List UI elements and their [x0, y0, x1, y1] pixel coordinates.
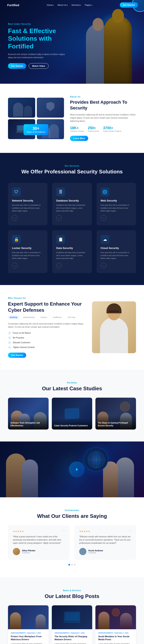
avatar-image-2	[79, 548, 86, 555]
about-title: Provides Best Approach To Security	[70, 100, 136, 111]
stat-customers: 18K+ Customer Annual	[70, 126, 84, 132]
service-name-data: Data Security	[56, 246, 88, 250]
service-arrow-cloud[interactable]: →	[101, 263, 106, 268]
testimonial-dot-1[interactable]	[68, 564, 70, 566]
why-points: ✓ Focus on the Basics ✓ Be Proactive ✓ E…	[8, 332, 84, 349]
why-image-box	[92, 301, 136, 353]
nav-links: Home About Us Services Pages	[47, 4, 92, 6]
nav-services[interactable]: Services	[71, 4, 81, 6]
portfolio-overlay-1: Software Tools Strengthen Job Effectiven…	[8, 416, 49, 430]
hero-title: Fast & Effective Solutions with Fortifie…	[8, 27, 68, 50]
why-tab-healthcare[interactable]: Healthcare	[51, 316, 64, 319]
cta-play-button[interactable]	[69, 462, 85, 477]
why-point-label-3: Educate Customers	[13, 342, 30, 344]
testimonial-dot-3[interactable]	[74, 564, 76, 566]
stat-projects-label: Projects Done	[88, 130, 99, 132]
service-name-network: Network Security	[12, 199, 43, 202]
why-tab-banking[interactable]: Banking	[8, 316, 19, 319]
brand-name: Fortified	[7, 4, 19, 7]
hero-video-button[interactable]: Watch Video	[29, 63, 48, 69]
about-image-2	[37, 98, 64, 118]
testimonial-author-1: Alina Plenter Customer	[13, 548, 65, 555]
why-title: Expert Support to Enhance Your Cyber Def…	[8, 301, 84, 313]
testimonial-role-2: Customer	[88, 552, 103, 554]
check-icon-1: ✓	[8, 332, 11, 335]
about-badge-num: 30+	[26, 126, 46, 131]
why-tab-manufacturing[interactable]: Manufacturing	[21, 316, 37, 319]
service-card-network: 🛡 Network Security Duis aute duis 18K is…	[8, 183, 47, 226]
blog-excerpt-2: Lorem ipsum dolor sit amet consectetur a…	[55, 642, 90, 644]
testimonials-title: What Our Clients are Saying	[8, 513, 136, 519]
service-arrow-database[interactable]: →	[56, 215, 62, 221]
blog-card-3[interactable]: ANNOUNCEMENTS | September 1, 2021 Avoid …	[95, 605, 136, 644]
testimonial-avatar-2	[79, 548, 86, 555]
blog-card-1[interactable]: ANNOUNCEMENTS | September 1, 2021 Protec…	[8, 605, 49, 644]
why-tab-oil[interactable]: Oil & Gas	[65, 316, 78, 319]
blog-title: Our Latest Blog Posts	[8, 593, 136, 599]
portfolio-label-2: Cyber Security Protects Customers	[54, 424, 90, 427]
about-images: 30+ Years of Excellence	[8, 98, 64, 139]
check-icon-3: ✓	[8, 341, 11, 344]
testimonial-author-2: Kevin Andrew Customer	[79, 548, 131, 555]
portfolio-section: Portfolio Our Latest Case Studies Softwa…	[0, 370, 144, 442]
person2-head	[93, 18, 104, 31]
blog-meta-1: ANNOUNCEMENTS | September 1, 2021	[11, 632, 46, 634]
why-woman-body	[100, 317, 128, 353]
service-desc-web: Duis aute duis 18K is consectetur in inc…	[101, 204, 132, 212]
blog-body-1: ANNOUNCEMENTS | September 1, 2021 Protec…	[8, 629, 49, 644]
cta-globe	[84, 448, 108, 472]
blog-image-3	[95, 605, 136, 629]
blog-excerpt-1: Lorem ipsum dolor sit amet consectetur a…	[11, 642, 46, 644]
why-point-label-2: Be Proactive	[13, 337, 24, 339]
service-desc-network: Duis aute duis 18K is consectetur in inc…	[12, 204, 43, 212]
hero-buttons: Get Started Watch Video	[8, 63, 68, 69]
hero-description: Eiusmod enim tempor incididunt adipt ut …	[8, 53, 68, 59]
service-arrow-web[interactable]: →	[101, 215, 106, 221]
hero-start-button[interactable]: Get Started	[8, 63, 26, 69]
service-arrow-data[interactable]: →	[56, 263, 62, 268]
portfolio-title: Our Latest Case Studies	[8, 386, 136, 392]
avatar-image-1	[13, 548, 20, 555]
nav-home[interactable]: Home	[47, 4, 54, 6]
blog-body-2: ANNOUNCEMENTS | September 1, 2021 The Se…	[52, 629, 92, 644]
why-tab-finance[interactable]: Finance	[39, 316, 49, 319]
service-name-database: Database Security	[56, 199, 88, 202]
testimonial-text-1: "What a great experience! I have visited…	[13, 535, 65, 545]
nav-pages[interactable]: Pages	[85, 4, 92, 6]
about-learn-more-button[interactable]: Learn More	[70, 136, 88, 141]
service-arrow-locker[interactable]: →	[12, 263, 18, 268]
testimonial-author-info-2: Kevin Andrew Customer	[88, 549, 103, 554]
service-name-cloud: Cloud Security	[101, 246, 132, 250]
testimonial-stars-2: ★★★★★	[79, 530, 131, 533]
brand-logo[interactable]: Fortified	[6, 4, 19, 7]
dot-pattern	[128, 68, 140, 80]
why-glasses	[109, 310, 119, 312]
service-card-locker: 🔒 Locker Security Duis aute duis 18K is …	[8, 230, 47, 273]
hero-title-line2: Solutions with	[8, 35, 52, 42]
service-desc-locker: Duis aute duis 18K is consectetur in inc…	[12, 251, 43, 260]
stat-customers-num: 18K+	[70, 126, 84, 130]
blog-section: News & Articles Our Latest Blog Posts AN…	[0, 578, 144, 644]
blog-card-2[interactable]: ANNOUNCEMENTS | September 1, 2021 The Se…	[52, 605, 92, 644]
service-arrow-network[interactable]: →	[12, 215, 18, 221]
nav-cta-button[interactable]: Get Started	[120, 2, 138, 8]
testimonial-quote-icon-1: "	[62, 528, 65, 536]
portfolio-label-1: Software Tools Strengthen Job Effectiven…	[10, 422, 46, 427]
nav-about[interactable]: About Us	[57, 4, 67, 6]
portfolio-card-3[interactable]: The Steps to Gaining Privileged Access S…	[95, 398, 136, 430]
why-point-2: ✓ Be Proactive	[8, 336, 84, 340]
testimonial-dot-2[interactable]	[71, 564, 73, 566]
portfolio-card-1[interactable]: Software Tools Strengthen Job Effectiven…	[8, 398, 49, 430]
testimonial-author-info-1: Alina Plenter Customer	[22, 549, 35, 554]
blog-post-title-3: Avoid Mistakes in Your Social Media Post…	[98, 635, 133, 641]
testimonial-name-1: Alina Plenter	[22, 549, 35, 552]
about-stats: 18K+ Customer Annual 250+ Projects Done …	[70, 126, 136, 132]
testimonial-text-2: "Effective results with minimum efforts …	[79, 535, 131, 545]
about-description: What consectetur adipiscing elit sed do …	[70, 113, 136, 123]
why-get-started-button[interactable]: Get Started	[8, 352, 26, 358]
portfolio-card-2[interactable]: Cyber Security Protects Customers	[52, 398, 92, 430]
services-section: Our Services We Offer Professional Secur…	[0, 153, 144, 285]
service-desc-data: Incididunt sed vitae duis consectetur el…	[56, 251, 88, 260]
why-content: Why Choose Us Expert Support to Enhance …	[8, 297, 84, 358]
about-image-1	[8, 98, 35, 118]
